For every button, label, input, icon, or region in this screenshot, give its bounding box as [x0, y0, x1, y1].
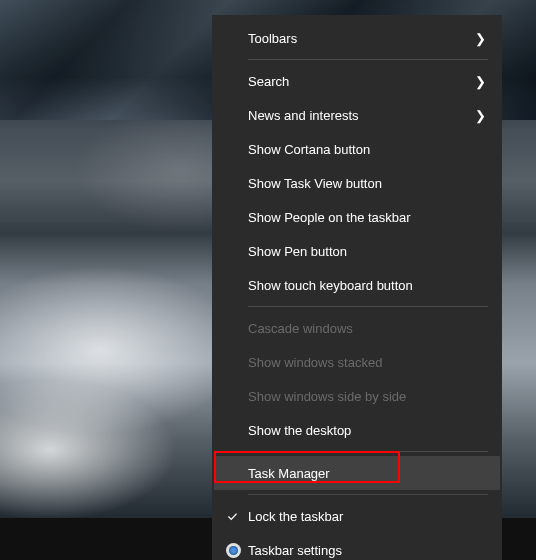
menu-item-show-cortana[interactable]: Show Cortana button [214, 132, 500, 166]
menu-item-label: Show Task View button [248, 176, 486, 191]
menu-item-label: Show the desktop [248, 423, 486, 438]
menu-separator [248, 451, 488, 452]
menu-item-lock-taskbar[interactable]: Lock the taskbar [214, 499, 500, 533]
menu-item-cascade-windows: Cascade windows [214, 311, 500, 345]
menu-item-show-touch-keyboard[interactable]: Show touch keyboard button [214, 268, 500, 302]
menu-item-show-stacked: Show windows stacked [214, 345, 500, 379]
menu-item-label: Show windows side by side [248, 389, 486, 404]
menu-item-news-interests[interactable]: News and interests❯ [214, 98, 500, 132]
menu-item-show-pen[interactable]: Show Pen button [214, 234, 500, 268]
menu-item-label: Show windows stacked [248, 355, 486, 370]
menu-item-task-manager[interactable]: Task Manager [214, 456, 500, 490]
chevron-right-icon: ❯ [475, 31, 486, 46]
menu-item-label: Search [248, 74, 475, 89]
taskbar-context-menu: Toolbars❯Search❯News and interests❯Show … [212, 15, 502, 560]
menu-item-label: Toolbars [248, 31, 475, 46]
menu-separator [248, 494, 488, 495]
menu-separator [248, 306, 488, 307]
menu-item-show-people[interactable]: Show People on the taskbar [214, 200, 500, 234]
menu-item-label: Show touch keyboard button [248, 278, 486, 293]
menu-item-label: Show Cortana button [248, 142, 486, 157]
menu-item-show-desktop[interactable]: Show the desktop [214, 413, 500, 447]
menu-item-label: Taskbar settings [248, 543, 486, 558]
check-icon [226, 510, 248, 523]
menu-item-show-side-by-side: Show windows side by side [214, 379, 500, 413]
menu-item-label: News and interests [248, 108, 475, 123]
gear-icon [226, 543, 248, 558]
chevron-right-icon: ❯ [475, 108, 486, 123]
menu-item-label: Lock the taskbar [248, 509, 486, 524]
menu-item-toolbars[interactable]: Toolbars❯ [214, 21, 500, 55]
menu-item-label: Show Pen button [248, 244, 486, 259]
chevron-right-icon: ❯ [475, 74, 486, 89]
menu-item-label: Show People on the taskbar [248, 210, 486, 225]
menu-item-label: Task Manager [248, 466, 486, 481]
menu-item-label: Cascade windows [248, 321, 486, 336]
menu-item-taskbar-settings[interactable]: Taskbar settings [214, 533, 500, 560]
menu-item-search[interactable]: Search❯ [214, 64, 500, 98]
menu-item-show-task-view[interactable]: Show Task View button [214, 166, 500, 200]
menu-separator [248, 59, 488, 60]
